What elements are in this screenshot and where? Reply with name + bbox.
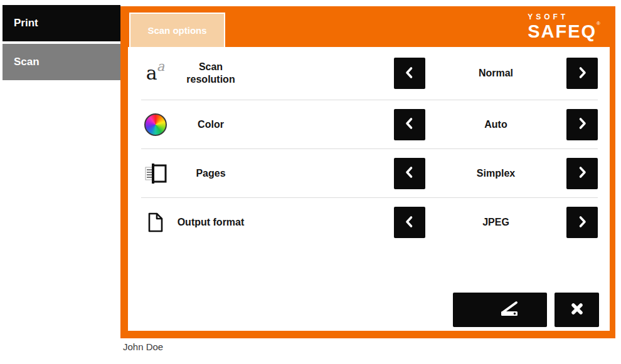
output-format-next-button[interactable] (566, 207, 598, 238)
chevron-left-icon (402, 165, 417, 182)
color-next-button[interactable] (566, 109, 598, 140)
sidebar-item-print-label: Print (14, 17, 38, 29)
chevron-right-icon (575, 116, 590, 133)
sidebar-item-scan-label: Scan (14, 56, 40, 68)
pages-prev-button[interactable] (394, 158, 425, 189)
sidebar-item-scan[interactable]: Scan (3, 44, 120, 80)
row-scan-resolution: aa Scan resolution Normal (141, 47, 598, 100)
pages-icon (141, 163, 170, 184)
sidebar-item-print[interactable]: Print (3, 5, 120, 41)
scanner-icon (480, 301, 520, 319)
scan-resolution-value: Normal (425, 68, 566, 79)
output-format-value: JPEG (425, 217, 566, 228)
tab-scan-options-label: Scan options (147, 25, 206, 36)
scan-resolution-next-button[interactable] (566, 58, 598, 89)
chevron-right-icon (575, 165, 590, 182)
start-scan-button[interactable] (453, 293, 547, 327)
pages-value: Simplex (425, 168, 566, 179)
scan-resolution-prev-button[interactable] (394, 58, 425, 89)
color-label: Color (174, 118, 248, 131)
pages-next-button[interactable] (566, 158, 598, 189)
row-color: Color Auto (141, 100, 598, 149)
chevron-left-icon (402, 65, 417, 82)
output-format-label: Output format (174, 216, 248, 229)
chevron-right-icon (575, 65, 590, 82)
registered-mark: ® (597, 21, 602, 26)
color-wheel-icon (141, 113, 170, 136)
scan-resolution-label: Scan resolution (174, 61, 248, 86)
close-button[interactable] (555, 293, 599, 327)
logged-in-user-name: John Doe (123, 341, 163, 352)
pages-label: Pages (174, 167, 248, 180)
color-value: Auto (425, 119, 566, 130)
row-pages: Pages Simplex (141, 149, 598, 198)
options-list: aa Scan resolution Normal (128, 47, 610, 331)
row-output-format: Output format JPEG (141, 198, 598, 247)
scan-options-panel: Scan options YSOFT SAFEQ® aa Scan resolu… (120, 6, 615, 338)
tab-scan-options[interactable]: Scan options (129, 13, 225, 47)
color-prev-button[interactable] (394, 109, 425, 140)
chevron-right-icon (575, 214, 590, 231)
chevron-left-icon (402, 214, 417, 231)
output-format-icon (141, 212, 170, 232)
close-x-icon (570, 301, 585, 318)
ysoft-safeq-logo: YSOFT SAFEQ® (528, 13, 602, 41)
logo-main-text: SAFEQ® (528, 23, 602, 41)
logo-top-text: YSOFT (528, 13, 602, 21)
output-format-prev-button[interactable] (394, 207, 425, 238)
scan-resolution-icon: aa (141, 64, 170, 83)
chevron-left-icon (402, 116, 417, 133)
